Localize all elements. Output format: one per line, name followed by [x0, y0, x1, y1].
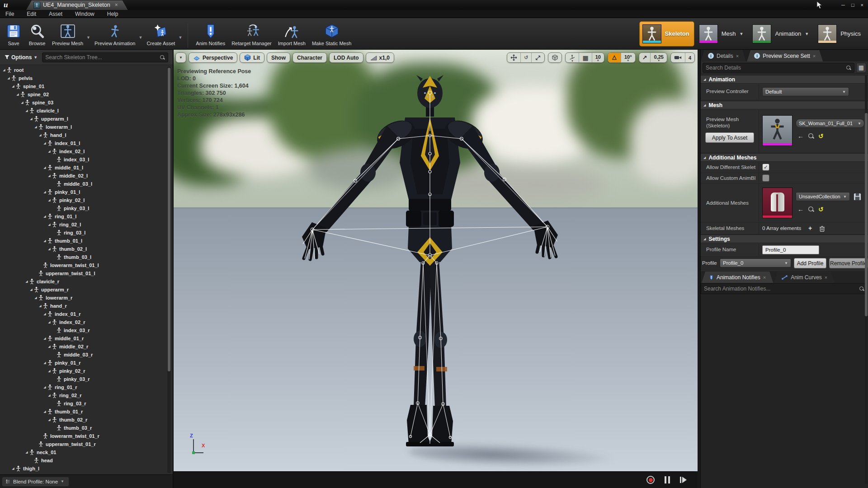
anim-notifies-button[interactable]: Anim Notifies: [193, 22, 228, 47]
minimize-window-icon[interactable]: ─: [841, 2, 845, 8]
bone-row-hand_l[interactable]: ◢hand_l: [0, 131, 165, 139]
camera-speed-button[interactable]: [671, 53, 685, 62]
bone-row-thumb_01_l[interactable]: ◢thumb_01_l: [0, 237, 165, 245]
viewport-lod-auto-button[interactable]: LOD Auto: [329, 52, 363, 63]
import-mesh-button[interactable]: Import Mesh: [275, 22, 309, 47]
expand-arrow-icon[interactable]: ◢: [47, 320, 52, 324]
save-collection-icon[interactable]: [854, 193, 861, 201]
bone-row-hand_r[interactable]: ◢hand_r: [0, 302, 165, 310]
bone-row-lowerarm_l[interactable]: ◢lowerarm_l: [0, 123, 165, 131]
section-additional-meshes[interactable]: ◢ Additional Meshes: [701, 153, 868, 162]
pause-button[interactable]: [665, 476, 670, 483]
tab-details[interactable]: i Details ×: [701, 50, 746, 61]
expand-arrow-icon[interactable]: ◢: [42, 385, 47, 389]
scale-snap-toggle[interactable]: ↗: [639, 53, 651, 62]
profile-name-field[interactable]: [762, 245, 819, 254]
bone-row-spine_01[interactable]: ◢spine_01: [0, 82, 165, 90]
additional-meshes-thumbnail[interactable]: [762, 188, 793, 218]
tree-scrollbar[interactable]: [167, 66, 171, 473]
rotate-tool-button[interactable]: ↺: [521, 53, 532, 62]
bone-row-index_01_l[interactable]: ◢index_01_l: [0, 139, 165, 147]
expand-arrow-icon[interactable]: ◢: [20, 101, 24, 104]
expand-arrow-icon[interactable]: ◢: [47, 150, 52, 153]
notifies-search-input[interactable]: [704, 286, 856, 292]
bone-row-neck_01[interactable]: ◢neck_01: [0, 448, 165, 456]
expand-arrow-icon[interactable]: ◢: [47, 198, 52, 202]
expand-arrow-icon[interactable]: ◢: [38, 304, 42, 308]
expand-arrow-icon[interactable]: ◢: [42, 312, 47, 316]
browse-button[interactable]: Browse: [25, 22, 49, 47]
bone-row-head[interactable]: ◢head: [0, 456, 165, 465]
bone-row-thumb_02_l[interactable]: ◢thumb_02_l: [0, 245, 165, 253]
additional-meshes-dropdown[interactable]: UnsavedCollection ▼: [796, 192, 850, 201]
step-forward-button[interactable]: [680, 477, 687, 483]
bone-row-index_03_r[interactable]: ◢index_03_r: [0, 326, 165, 334]
add-profile-button[interactable]: Add Profile: [794, 258, 826, 268]
viewport-character-button[interactable]: Character: [292, 52, 327, 63]
expand-arrow-icon[interactable]: ◢: [42, 215, 47, 218]
bone-row-pinky_02_l[interactable]: ◢pinky_02_l: [0, 196, 165, 204]
mode-skeleton-button[interactable]: Skeleton: [639, 21, 694, 47]
profile-dropdown[interactable]: Profile_0 ▼: [720, 258, 791, 267]
translate-tool-button[interactable]: [507, 53, 521, 62]
maximize-window-icon[interactable]: □: [851, 2, 854, 8]
bone-row-upperarm_twist_01_l[interactable]: ◢upperarm_twist_01_l: [0, 269, 165, 277]
section-animation[interactable]: ◢ Animation: [701, 75, 868, 84]
bone-row-index_03_l[interactable]: ◢index_03_l: [0, 155, 165, 164]
axis-snap-button[interactable]: ▼: [566, 53, 579, 62]
viewport-options-button[interactable]: ▼: [175, 52, 186, 63]
bone-row-middle_01_l[interactable]: ◢middle_01_l: [0, 164, 165, 172]
notifies-search[interactable]: [701, 283, 868, 294]
section-settings[interactable]: ◢ Settings: [701, 235, 868, 243]
bone-row-ring_02_l[interactable]: ◢ring_02_l: [0, 221, 165, 229]
section-mesh[interactable]: ◢ Mesh: [701, 101, 868, 109]
use-selected-icon[interactable]: ←: [797, 132, 804, 140]
expand-arrow-icon[interactable]: ◢: [47, 418, 52, 422]
bone-row-index_02_l[interactable]: ◢index_02_l: [0, 147, 165, 155]
menu-file[interactable]: File: [5, 11, 14, 17]
tab-preview-scene-settings[interactable]: i Preview Scene Sett ×: [747, 50, 823, 61]
bone-row-ring_01_l[interactable]: ◢ring_01_l: [0, 212, 165, 221]
expand-arrow-icon[interactable]: ◢: [42, 239, 47, 243]
blend-profile-button[interactable]: Blend Profile: None ▼: [2, 477, 69, 487]
scale-tool-button[interactable]: [532, 53, 544, 62]
bone-row-root[interactable]: ◢root: [0, 66, 165, 74]
bone-row-clavicle_l[interactable]: ◢clavicle_l: [0, 107, 165, 115]
details-search-input[interactable]: [706, 65, 843, 71]
viewport-perspective-button[interactable]: Perspective: [189, 52, 237, 63]
bone-row-pinky_03_r[interactable]: ◢pinky_03_r: [0, 375, 165, 383]
bone-row-index_01_r[interactable]: ◢index_01_r: [0, 310, 165, 318]
tree-scrollbar-thumb[interactable]: [168, 68, 170, 371]
expand-arrow-icon[interactable]: ◢: [38, 133, 42, 137]
allow-different-skeletons-checkbox[interactable]: ✓: [762, 164, 769, 171]
close-icon[interactable]: ×: [813, 53, 816, 59]
viewport-lit-button[interactable]: Lit: [240, 52, 264, 63]
close-window-icon[interactable]: ×: [861, 2, 863, 8]
expand-arrow-icon[interactable]: ◢: [11, 467, 15, 470]
expand-arrow-icon[interactable]: ◢: [47, 394, 52, 397]
bone-row-middle_01_r[interactable]: ◢middle_01_r: [0, 334, 165, 343]
viewport-show-button[interactable]: Show: [267, 52, 290, 63]
grid-snap-value[interactable]: 10 ▼: [592, 53, 604, 62]
details-search[interactable]: [703, 63, 854, 73]
mode-mesh-button[interactable]: Mesh▼: [696, 22, 748, 46]
bone-row-lowerarm_twist_01_r[interactable]: ◢lowerarm_twist_01_r: [0, 432, 165, 440]
bone-row-ring_01_r[interactable]: ◢ring_01_r: [0, 383, 165, 391]
details-scrollbar-thumb[interactable]: [865, 113, 868, 316]
expand-arrow-icon[interactable]: ◢: [47, 345, 52, 348]
menu-window[interactable]: Window: [75, 11, 94, 17]
bone-row-pelvis[interactable]: ◢pelvis: [0, 74, 165, 82]
expand-arrow-icon[interactable]: ◢: [24, 450, 29, 454]
expand-arrow-icon[interactable]: ◢: [47, 369, 52, 373]
property-matrix-button[interactable]: ▦: [856, 63, 866, 73]
rotation-snap-toggle[interactable]: [608, 53, 621, 62]
create-asset-button[interactable]: Create Asset: [143, 22, 178, 47]
expand-arrow-icon[interactable]: ◢: [42, 141, 47, 145]
tab-animation-notifies[interactable]: Animation Notifies ×: [702, 272, 773, 283]
allow-custom-animbp-checkbox[interactable]: [762, 174, 769, 182]
preview-animation-button[interactable]: Preview Animation: [91, 22, 139, 47]
expand-arrow-icon[interactable]: ◢: [47, 223, 52, 226]
bone-row-thumb_02_r[interactable]: ◢thumb_02_r: [0, 416, 165, 424]
asset-tab[interactable]: UE4_Mannequin_Skeleton ×: [26, 0, 128, 10]
bone-row-upperarm_twist_01_r[interactable]: ◢upperarm_twist_01_r: [0, 440, 165, 448]
